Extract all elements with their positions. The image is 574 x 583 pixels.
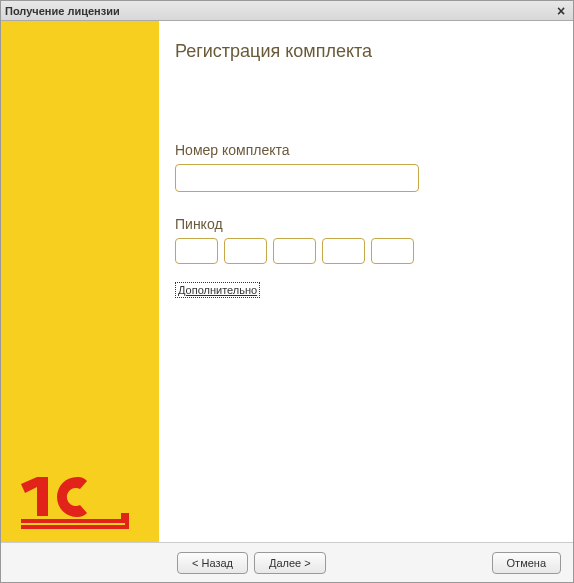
- svg-rect-3: [21, 525, 125, 529]
- cancel-button[interactable]: Отмена: [492, 552, 561, 574]
- license-window: Получение лицензии ×: [0, 0, 574, 583]
- additional-link[interactable]: Дополнительно: [175, 282, 260, 298]
- pincode-input-5[interactable]: [371, 238, 414, 264]
- svg-rect-0: [37, 477, 48, 516]
- pincode-input-1[interactable]: [175, 238, 218, 264]
- page-title: Регистрация комплекта: [175, 41, 543, 62]
- content-area: Регистрация комплекта Номер комплекта Пи…: [159, 21, 573, 542]
- pincode-row: [175, 238, 543, 264]
- window-title: Получение лицензии: [5, 5, 553, 17]
- back-button[interactable]: < Назад: [177, 552, 248, 574]
- svg-rect-2: [21, 519, 125, 523]
- footer-right: Отмена: [492, 552, 561, 574]
- main-area: Регистрация комплекта Номер комплекта Пи…: [1, 21, 573, 542]
- kit-number-label: Номер комплекта: [175, 142, 543, 158]
- pincode-input-4[interactable]: [322, 238, 365, 264]
- close-icon[interactable]: ×: [553, 3, 569, 19]
- titlebar: Получение лицензии ×: [1, 1, 573, 21]
- svg-marker-1: [21, 477, 37, 493]
- window-body: Регистрация комплекта Номер комплекта Пи…: [1, 21, 573, 582]
- pincode-label: Пинкод: [175, 216, 543, 232]
- svg-rect-4: [121, 513, 125, 523]
- footer: < Назад Далее > Отмена: [1, 542, 573, 582]
- pincode-input-2[interactable]: [224, 238, 267, 264]
- logo-1c-icon: [21, 477, 131, 532]
- sidebar: [1, 21, 159, 542]
- next-button[interactable]: Далее >: [254, 552, 326, 574]
- kit-number-input[interactable]: [175, 164, 419, 192]
- svg-rect-5: [125, 513, 129, 529]
- pincode-input-3[interactable]: [273, 238, 316, 264]
